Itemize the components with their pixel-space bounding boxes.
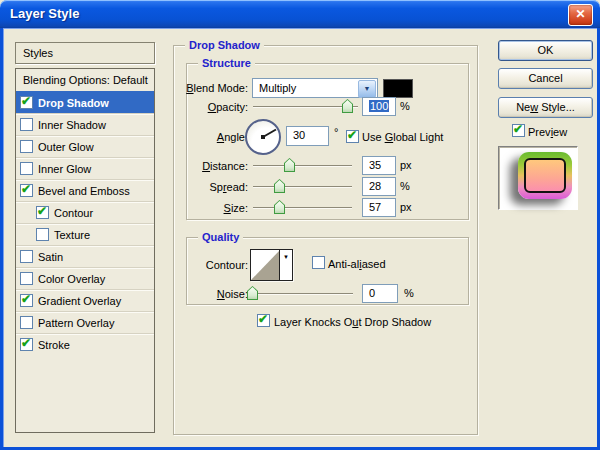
noise-slider-thumb[interactable] (247, 286, 258, 300)
structure-title: Structure (198, 57, 255, 69)
opacity-value: 100 (369, 100, 389, 112)
style-label: Blending Options: Default (23, 74, 148, 86)
use-global-light-label: Use Global Light (362, 131, 443, 143)
style-label: Satin (38, 251, 63, 263)
angle-dial[interactable] (245, 119, 281, 155)
anti-aliased-label: Anti-aliased (328, 258, 386, 270)
style-list-item[interactable]: Pattern Overlay (16, 311, 154, 333)
preview-checkbox[interactable] (512, 124, 525, 137)
style-checkbox[interactable] (20, 118, 33, 131)
panel-title: Drop Shadow (185, 39, 264, 51)
distance-label: Distance: (202, 160, 248, 172)
style-list-item[interactable]: Bevel and Emboss (16, 179, 154, 201)
noise-slider-track[interactable] (252, 293, 353, 294)
styles-list: Blending Options: Default Drop Shadow In… (15, 68, 155, 433)
style-checkbox[interactable] (36, 228, 49, 241)
spread-unit: % (400, 180, 410, 192)
new-style-button[interactable]: New Style... (498, 97, 593, 118)
style-checkbox[interactable] (20, 184, 33, 197)
preview-label: Preview (528, 126, 567, 138)
style-list-item[interactable]: Drop Shadow (16, 91, 154, 113)
spread-label: Spread: (209, 181, 248, 193)
opacity-slider-thumb[interactable] (342, 99, 353, 113)
size-slider-thumb[interactable] (274, 200, 285, 214)
size-slider-track[interactable] (253, 207, 352, 208)
layer-knocks-out-checkbox[interactable] (257, 314, 270, 327)
close-icon: ✕ (575, 7, 585, 21)
style-checkbox[interactable] (20, 140, 33, 153)
distance-input[interactable]: 35 (362, 156, 396, 175)
style-list-item[interactable]: Color Overlay (16, 267, 154, 289)
title-bar[interactable]: Layer Style ✕ (0, 0, 600, 28)
style-label: Outer Glow (38, 141, 94, 153)
spread-slider-track[interactable] (253, 186, 352, 187)
use-global-light-checkbox[interactable] (346, 130, 359, 143)
noise-label: Noise: (217, 288, 248, 300)
noise-unit: % (404, 287, 414, 299)
styles-header: Styles (15, 42, 155, 64)
style-preview-thumbnail (518, 152, 572, 199)
style-list-item[interactable]: Stroke (16, 333, 154, 355)
style-list-item[interactable]: Satin (16, 245, 154, 267)
size-input[interactable]: 57 (362, 198, 396, 217)
shadow-color-swatch[interactable] (383, 79, 413, 98)
style-checkbox[interactable] (20, 250, 33, 263)
style-label: Bevel and Emboss (38, 185, 130, 197)
ok-button[interactable]: OK (498, 40, 593, 61)
style-list-item[interactable]: Outer Glow (16, 135, 154, 157)
contour-thumbnail (251, 250, 280, 280)
anti-aliased-checkbox[interactable] (312, 256, 325, 269)
style-label: Color Overlay (38, 273, 105, 285)
style-label: Pattern Overlay (38, 317, 114, 329)
style-list-item[interactable]: Blending Options: Default (16, 69, 154, 91)
distance-slider-track[interactable] (253, 165, 352, 166)
style-checkbox[interactable] (20, 162, 33, 175)
style-checkbox[interactable] (20, 96, 33, 109)
contour-label: Contour: (206, 259, 248, 271)
size-label: Size: (224, 202, 248, 214)
quality-title: Quality (198, 231, 243, 243)
style-list-item[interactable]: Texture (16, 223, 154, 245)
close-button[interactable]: ✕ (568, 4, 593, 26)
style-list-item[interactable]: Contour (16, 201, 154, 223)
opacity-unit: % (400, 100, 410, 112)
opacity-label: Opacity: (208, 101, 248, 113)
style-checkbox[interactable] (36, 206, 49, 219)
angle-input[interactable]: 30 (286, 126, 329, 146)
style-checkbox[interactable] (20, 294, 33, 307)
style-label: Contour (54, 207, 93, 219)
style-checkbox[interactable] (20, 338, 33, 351)
size-unit: px (400, 201, 412, 213)
noise-input[interactable]: 0 (362, 284, 398, 303)
layer-knocks-out-label: Layer Knocks Out Drop Shadow (274, 316, 431, 328)
style-label: Inner Shadow (38, 119, 106, 131)
chevron-down-icon[interactable]: ▼ (358, 80, 376, 98)
style-checkbox[interactable] (20, 316, 33, 329)
cancel-button[interactable]: Cancel (498, 68, 593, 89)
style-list-item[interactable]: Gradient Overlay (16, 289, 154, 311)
style-checkbox[interactable] (20, 272, 33, 285)
blend-mode-value: Multiply (259, 82, 296, 94)
opacity-input[interactable]: 100 (362, 97, 396, 116)
style-label: Stroke (38, 339, 70, 351)
distance-slider-thumb[interactable] (284, 158, 295, 172)
spread-slider-thumb[interactable] (274, 179, 285, 193)
blend-mode-select[interactable]: Multiply ▼ (252, 78, 378, 98)
style-list-item[interactable]: Inner Glow (16, 157, 154, 179)
window-title: Layer Style (10, 6, 79, 21)
blend-mode-label: Blend Mode: (186, 82, 248, 94)
contour-picker[interactable]: ▼ (250, 249, 293, 281)
style-label: Drop Shadow (38, 97, 109, 109)
style-list-item[interactable]: Inner Shadow (16, 113, 154, 135)
style-label: Gradient Overlay (38, 295, 121, 307)
chevron-down-icon[interactable]: ▼ (279, 250, 292, 280)
spread-input[interactable]: 28 (362, 177, 396, 196)
angle-unit: ° (334, 126, 338, 138)
angle-label: Angle: (217, 131, 248, 143)
distance-unit: px (400, 159, 412, 171)
style-label: Texture (54, 229, 90, 241)
style-label: Inner Glow (38, 163, 91, 175)
